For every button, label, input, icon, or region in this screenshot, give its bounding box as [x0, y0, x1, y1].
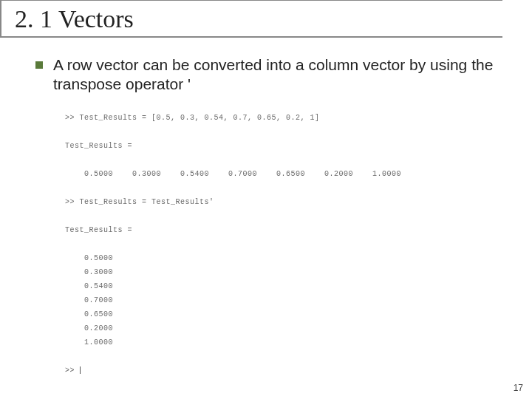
code-line: Test_Results = — [65, 226, 132, 234]
code-line: 1.0000 — [65, 338, 113, 347]
bullet-text: A row vector can be converted into a col… — [53, 55, 502, 95]
code-line: 0.7000 — [65, 296, 113, 304]
slide-body: A row vector can be converted into a col… — [0, 38, 532, 378]
cursor-icon — [80, 366, 81, 374]
code-line: 0.3000 — [65, 268, 113, 276]
code-line: 0.6500 — [65, 310, 113, 318]
code-line: >> Test_Results = Test_Results' — [65, 198, 214, 206]
page-number: 17 — [514, 383, 523, 393]
bullet-item: A row vector can be converted into a col… — [35, 55, 502, 95]
code-line: >> Test_Results = [0.5, 0.3, 0.54, 0.7, … — [65, 114, 320, 122]
code-line: 0.5400 — [65, 282, 113, 290]
code-prompt: >> — [65, 366, 80, 375]
code-line: 0.5000 0.3000 0.5400 0.7000 0.6500 0.200… — [65, 170, 401, 178]
bullet-icon — [35, 61, 43, 69]
slide-title: 2. 1 Vectors — [15, 5, 489, 33]
code-line: 0.5000 — [65, 254, 113, 262]
code-line: Test_Results = — [65, 142, 132, 150]
code-line: 0.2000 — [65, 324, 113, 332]
title-container: 2. 1 Vectors — [0, 0, 502, 38]
code-block: >> Test_Results = [0.5, 0.3, 0.54, 0.7, … — [65, 111, 502, 378]
slide: 2. 1 Vectors A row vector can be convert… — [0, 0, 532, 399]
